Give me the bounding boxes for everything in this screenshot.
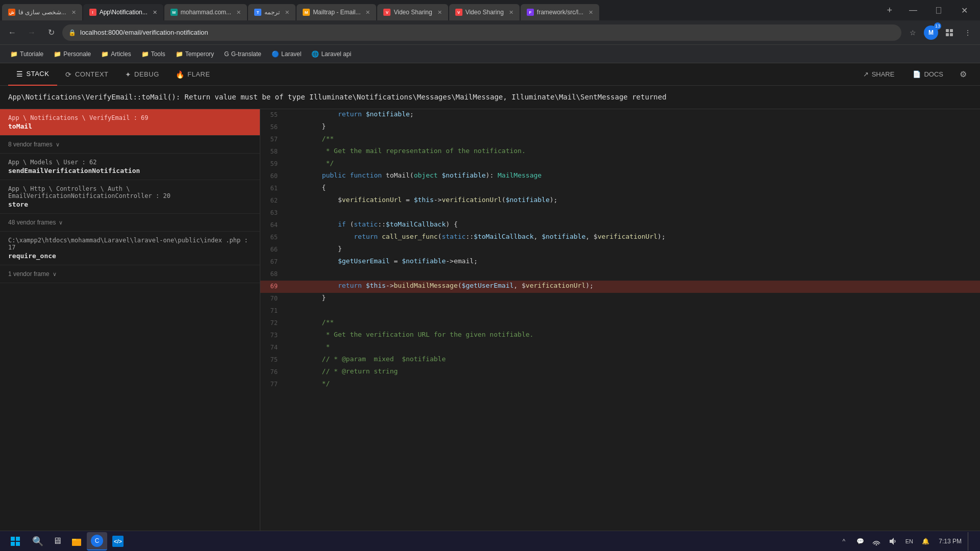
browser-frame: ش شخصی سازی فا... ✕ ! App\Notification..… — [0, 0, 980, 551]
taskbar-item-tb1[interactable]: 🔍 — [29, 532, 47, 550]
vendor-label: 1 vendor frame — [8, 270, 50, 278]
tab-close[interactable]: ✕ — [509, 9, 513, 16]
bookmark-icon: 📁 — [10, 51, 18, 58]
code-line-77: 77 */ — [260, 379, 980, 391]
tab-close[interactable]: ✕ — [236, 9, 241, 16]
tab-close[interactable]: ✕ — [365, 9, 370, 16]
back-button[interactable]: ← — [4, 24, 20, 41]
frame-method: toMail — [8, 122, 252, 130]
tray-chat[interactable]: 💬 — [853, 534, 867, 548]
tab-close[interactable]: ✕ — [71, 9, 76, 16]
frame-method: require_once — [8, 252, 252, 260]
tab-close[interactable]: ✕ — [589, 9, 593, 16]
line-number: 62 — [260, 195, 286, 206]
tab-favicon: V — [383, 9, 390, 16]
bookmark-laravel-api[interactable]: 🌐Laravel api — [307, 48, 355, 60]
browser-tab-tab5[interactable]: M Mailtrap - Email... ✕ — [297, 4, 376, 20]
bookmark-laravel[interactable]: 🔵Laravel — [267, 48, 305, 60]
tray-keyboard[interactable]: EN — [902, 534, 916, 548]
stack-frame-frame3[interactable]: App \ Http \ Controllers \ Auth \ EmailV… — [0, 180, 260, 214]
share-button[interactable]: ↗ SHARE — [856, 67, 902, 81]
extensions-button[interactable] — [941, 24, 958, 41]
bookmark-personale[interactable]: 📁Personale — [50, 48, 95, 60]
svg-rect-0 — [946, 29, 949, 32]
nav-stack[interactable]: ☰ STACK — [8, 63, 57, 86]
bookmark-label: Articles — [111, 51, 131, 58]
tray-volume[interactable] — [886, 534, 900, 548]
line-content: /** — [286, 317, 980, 328]
browser-tab-tab3[interactable]: M mohammad.com... ✕ — [164, 4, 247, 20]
browser-tab-tab7[interactable]: V Video Sharing ✕ — [449, 4, 520, 20]
show-desktop-button[interactable] — [968, 532, 972, 550]
error-bar: App\Notifications\VerifyEmail::toMail():… — [0, 86, 980, 109]
taskbar-item-tb5[interactable]: </> — [108, 532, 128, 550]
tab-title: framework/src/l... — [537, 9, 583, 16]
reload-button[interactable]: ↻ — [43, 24, 59, 41]
line-number: 55 — [260, 109, 286, 120]
code-line-74: 74 * — [260, 342, 980, 354]
browser-tab-tab8[interactable]: F framework/src/l... ✕ — [521, 4, 599, 20]
vendor-frames-vendor2[interactable]: 48 vendor frames∨ — [0, 214, 260, 232]
svg-rect-3 — [950, 33, 953, 36]
line-content: } — [286, 121, 980, 132]
minimize-button[interactable]: — — [901, 2, 925, 18]
bookmark-label: Laravel — [281, 51, 301, 58]
stack-frame-frame1[interactable]: App \ Notifications \ VerifyEmail : 69 t… — [0, 109, 260, 136]
nav-flare[interactable]: 🔥 FLARE — [167, 63, 218, 86]
nav-context[interactable]: ⟳ CONTEXT — [57, 63, 116, 86]
chrome-menu-button[interactable]: ⋮ — [960, 24, 976, 41]
taskbar-icon-tb1: 🔍 — [33, 536, 43, 546]
code-line-64: 64 if (static::$toMailCallback) { — [260, 219, 980, 232]
browser-tab-tab6[interactable]: V Video Sharing ✕ — [377, 4, 448, 20]
code-line-69: 69 return $this->buildMailMessage($getUs… — [260, 281, 980, 293]
line-content: return $this->buildMailMessage($getUserE… — [286, 281, 980, 291]
taskbar-items: 🔍🖥C</> — [27, 532, 832, 550]
tab-favicon: T — [254, 9, 261, 16]
nav-actions: ☆ M 13 ⋮ — [904, 24, 976, 41]
stack-frame-frame2[interactable]: App \ Models \ User : 62 sendEmailVerifi… — [0, 154, 260, 180]
close-button[interactable]: ✕ — [952, 2, 976, 18]
tray-network[interactable] — [869, 534, 884, 548]
browser-tab-tab1[interactable]: ش شخصی سازی فا... ✕ — [2, 4, 82, 20]
tab-close[interactable]: ✕ — [285, 9, 289, 16]
forward-button[interactable]: → — [23, 24, 40, 41]
bookmark-tutoriale[interactable]: 📁Tutoriale — [6, 48, 47, 60]
tab-close[interactable]: ✕ — [437, 9, 442, 16]
line-content: if (static::$toMailCallback) { — [286, 219, 980, 230]
nav-debug[interactable]: ✦ DEBUG — [117, 63, 167, 86]
svg-rect-2 — [946, 33, 949, 36]
vendor-frames-vendor3[interactable]: 1 vendor frame∨ — [0, 265, 260, 283]
bookmark-g-translate[interactable]: GG-translate — [220, 48, 265, 60]
maximize-button[interactable]: ⎕ — [927, 2, 950, 18]
bookmark-articles[interactable]: 📁Articles — [97, 48, 135, 60]
debug-label: DEBUG — [134, 70, 159, 78]
tray-show-hidden[interactable]: ^ — [837, 534, 851, 548]
code-line-60: 60 public function toMail(object $notifi… — [260, 170, 980, 183]
code-line-57: 57 /** — [260, 134, 980, 146]
line-number: 58 — [260, 146, 286, 157]
address-bar[interactable]: 🔒 localhost:8000/email/verification-noti… — [62, 24, 901, 41]
bookmark-temperory[interactable]: 📁Temperory — [172, 48, 218, 60]
bookmark-tools[interactable]: 📁Tools — [137, 48, 169, 60]
stack-panel: App \ Notifications \ VerifyEmail : 69 t… — [0, 109, 260, 531]
code-line-71: 71 — [260, 305, 980, 317]
docs-button[interactable]: 📄 DOCS — [905, 67, 950, 81]
taskbar-item-tb4[interactable]: C — [87, 532, 107, 550]
tray-notification[interactable]: 🔔 — [918, 534, 933, 548]
start-button[interactable] — [4, 532, 27, 550]
svg-rect-4 — [11, 537, 15, 541]
new-tab-button[interactable]: + — [881, 0, 897, 20]
tab-favicon: F — [527, 9, 534, 16]
settings-button[interactable]: ⚙ — [954, 66, 972, 82]
tab-close[interactable]: ✕ — [153, 9, 157, 16]
code-line-56: 56 } — [260, 121, 980, 134]
browser-tab-tab4[interactable]: T ترجمه ✕ — [248, 4, 296, 20]
browser-tab-tab2[interactable]: ! App\Notification... ✕ — [83, 4, 163, 20]
taskbar-icon-tb2: 🖥 — [52, 536, 62, 546]
bookmark-button[interactable]: ☆ — [904, 24, 921, 41]
taskbar-item-tb2[interactable]: 🖥 — [48, 532, 66, 550]
taskbar-item-tb3[interactable] — [67, 532, 86, 550]
vendor-frames-vendor1[interactable]: 8 vendor frames∨ — [0, 136, 260, 154]
stack-frame-frame4[interactable]: C:\xampp2\htdocs\mohammad\Laravel\larave… — [0, 232, 260, 265]
system-clock[interactable]: 7:13 PM — [935, 538, 966, 545]
